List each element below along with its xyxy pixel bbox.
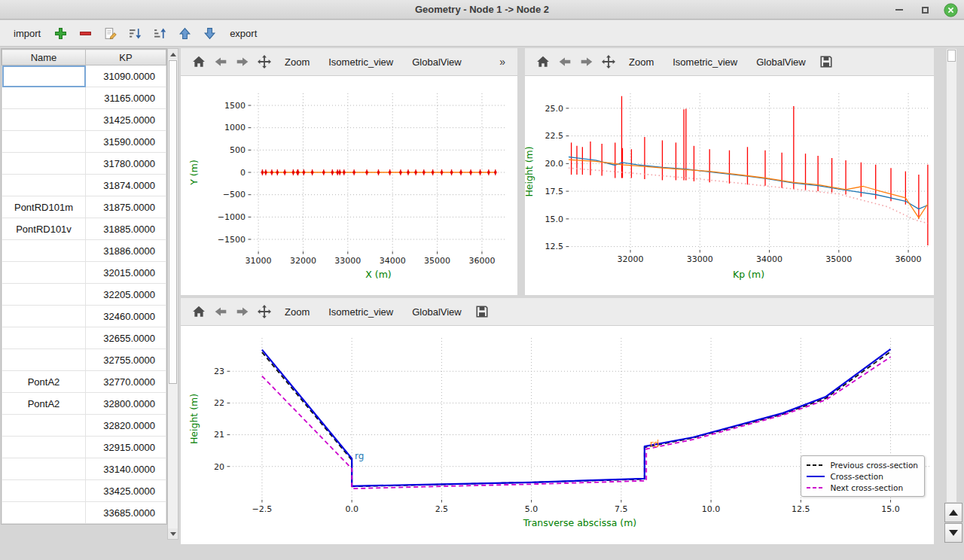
home-button[interactable] xyxy=(190,303,208,321)
zoom-button[interactable]: Zoom xyxy=(621,52,661,72)
table-row[interactable]: 31165.0000 xyxy=(2,87,166,109)
zoom-button[interactable]: Zoom xyxy=(277,52,317,72)
table-row[interactable]: 33140.0000 xyxy=(2,458,166,480)
name-cell[interactable] xyxy=(2,349,86,371)
profile-canvas[interactable]: 320003300034000350003600012.515.017.520.… xyxy=(525,76,934,294)
name-cell[interactable] xyxy=(2,240,86,262)
save-button[interactable] xyxy=(473,303,491,321)
forward-button[interactable] xyxy=(233,303,252,321)
kp-cell[interactable]: 32755.0000 xyxy=(86,349,166,371)
scroll-down-button[interactable] xyxy=(944,523,962,543)
kp-cell[interactable]: 31090.0000 xyxy=(86,65,166,87)
name-cell[interactable] xyxy=(2,109,86,131)
kp-cell[interactable]: 33140.0000 xyxy=(86,458,166,480)
table-row[interactable]: 31425.0000 xyxy=(2,109,166,131)
cross-section-figure[interactable]: −2.50.02.55.07.510.012.515.020212223Tran… xyxy=(181,326,934,543)
kp-cell[interactable]: 32460.0000 xyxy=(86,306,166,327)
name-cell[interactable] xyxy=(2,480,86,502)
kp-cell[interactable]: 32205.0000 xyxy=(86,284,166,306)
kp-cell[interactable]: 32655.0000 xyxy=(86,327,166,349)
home-button[interactable] xyxy=(534,53,552,71)
table-row[interactable]: 32205.0000 xyxy=(2,284,166,306)
kp-cell[interactable]: 31874.0000 xyxy=(86,175,166,196)
column-header-kp[interactable]: KP xyxy=(86,50,166,65)
name-cell[interactable] xyxy=(2,131,86,153)
kp-cell[interactable]: 31886.0000 xyxy=(86,240,166,262)
restore-button[interactable] xyxy=(917,2,932,17)
zoom-button[interactable]: Zoom xyxy=(277,302,317,322)
table-row[interactable]: 31874.0000 xyxy=(2,175,166,196)
pan-button[interactable] xyxy=(599,53,618,71)
name-cell[interactable] xyxy=(2,153,86,175)
xy-canvas[interactable]: 310003200033000340003500036000−1500−1000… xyxy=(181,76,517,294)
kp-cell[interactable]: 32015.0000 xyxy=(86,262,166,284)
name-cell[interactable] xyxy=(2,284,86,306)
name-cell[interactable] xyxy=(2,437,86,458)
kp-cell[interactable]: 31590.0000 xyxy=(86,131,166,153)
xy-figure[interactable]: 310003200033000340003500036000−1500−1000… xyxy=(181,76,517,294)
column-header-name[interactable]: Name xyxy=(2,50,86,65)
right-scrollbar-thumb[interactable] xyxy=(947,50,956,62)
kp-cell[interactable]: 32800.0000 xyxy=(86,393,166,415)
table-row[interactable]: 32460.0000 xyxy=(2,306,166,327)
name-cell[interactable]: PontA2 xyxy=(2,393,86,415)
kp-cell[interactable]: 32915.0000 xyxy=(86,437,166,458)
isometric-view-button[interactable]: Isometric_view xyxy=(321,302,401,322)
table-scroll-down-button[interactable] xyxy=(168,528,178,539)
table-row[interactable]: 33685.0000 xyxy=(2,502,166,524)
name-cell[interactable] xyxy=(2,327,86,349)
global-view-button[interactable]: GlobalView xyxy=(404,52,469,72)
name-cell[interactable]: PontRD101m xyxy=(2,196,86,218)
table-row[interactable]: 32820.0000 xyxy=(2,415,166,437)
minimize-button[interactable] xyxy=(892,2,907,17)
right-scrollbar[interactable] xyxy=(946,48,957,503)
forward-button[interactable] xyxy=(233,53,252,71)
table-scrollbar-thumb[interactable] xyxy=(169,60,177,384)
kp-cell[interactable]: 31885.0000 xyxy=(86,218,166,240)
table-row[interactable]: PontA232800.0000 xyxy=(2,393,166,415)
profile-figure[interactable]: 320003300034000350003600012.515.017.520.… xyxy=(525,76,934,294)
titlebar[interactable]: Geometry - Node 1 -> Node 2 xyxy=(0,0,964,20)
table-row[interactable]: 32015.0000 xyxy=(2,262,166,284)
edit-button[interactable] xyxy=(102,26,118,41)
cross-canvas[interactable]: −2.50.02.55.07.510.012.515.020212223Tran… xyxy=(181,326,934,543)
export-button[interactable]: export xyxy=(227,25,260,42)
import-button[interactable]: import xyxy=(11,25,44,42)
name-cell[interactable] xyxy=(2,306,86,327)
global-view-button[interactable]: GlobalView xyxy=(404,302,469,322)
isometric-view-button[interactable]: Isometric_view xyxy=(321,52,401,72)
table-row[interactable]: 31590.0000 xyxy=(2,131,166,153)
name-cell[interactable] xyxy=(2,415,86,437)
move-up-button[interactable] xyxy=(177,26,193,41)
kp-cell[interactable]: 31780.0000 xyxy=(86,153,166,175)
kp-cell[interactable]: 31425.0000 xyxy=(86,109,166,131)
kp-cell[interactable]: 31875.0000 xyxy=(86,196,166,218)
table-row[interactable]: PontRD101v31885.0000 xyxy=(2,218,166,240)
save-button[interactable] xyxy=(817,53,835,71)
move-down-button[interactable] xyxy=(202,26,218,41)
name-cell[interactable] xyxy=(2,175,86,196)
isometric-view-button[interactable]: Isometric_view xyxy=(665,52,745,72)
name-cell[interactable]: PontRD101v xyxy=(2,218,86,240)
name-cell[interactable] xyxy=(2,262,86,284)
back-button[interactable] xyxy=(212,303,230,321)
name-cell[interactable]: PontA2 xyxy=(2,371,86,393)
forward-button[interactable] xyxy=(578,53,596,71)
kp-cell[interactable]: 33425.0000 xyxy=(86,480,166,502)
table-row[interactable]: 31780.0000 xyxy=(2,153,166,175)
name-cell[interactable] xyxy=(2,458,86,480)
global-view-button[interactable]: GlobalView xyxy=(749,52,813,72)
name-cell[interactable] xyxy=(2,502,86,524)
table-row[interactable]: PontRD101m31875.0000 xyxy=(2,196,166,218)
kp-cell[interactable]: 32820.0000 xyxy=(86,415,166,437)
pan-button[interactable] xyxy=(255,53,273,71)
back-button[interactable] xyxy=(556,53,574,71)
remove-row-button[interactable] xyxy=(78,26,93,41)
toolbar-overflow-button[interactable]: » xyxy=(496,53,508,71)
table-row[interactable]: 32755.0000 xyxy=(2,349,166,371)
table-row[interactable]: 32915.0000 xyxy=(2,437,166,458)
pan-button[interactable] xyxy=(255,303,273,321)
kp-cell[interactable]: 31165.0000 xyxy=(86,87,166,109)
table-row[interactable]: 33425.0000 xyxy=(2,480,166,502)
home-button[interactable] xyxy=(190,53,208,71)
